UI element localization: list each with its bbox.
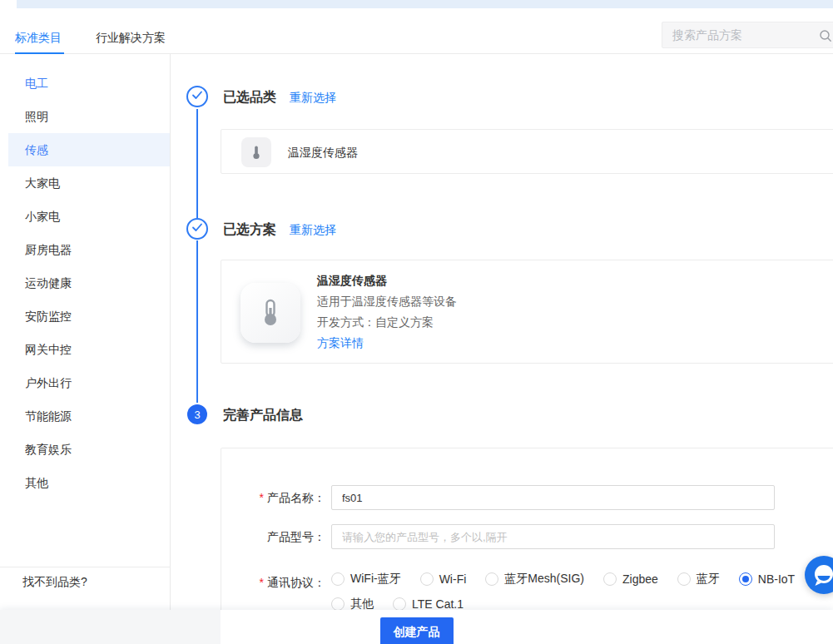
radio-zigbee[interactable]: Zigbee	[603, 572, 658, 586]
step-connector-line	[196, 109, 198, 218]
top-banner-strip	[17, 0, 833, 8]
check-icon	[188, 86, 206, 107]
required-asterisk: *	[260, 491, 264, 504]
protocol-label: *通讯协议：	[221, 570, 325, 595]
step2-header: 已选方案 重新选择	[223, 221, 336, 239]
radio-wifi-bt[interactable]: WiFi-蓝牙	[331, 572, 401, 587]
selected-category-card: 温湿度传感器	[221, 129, 833, 174]
sidebar-divider	[0, 567, 170, 567]
required-asterisk: *	[260, 576, 264, 589]
sidebar-item-health[interactable]: 运动健康	[0, 266, 170, 300]
protocol-options-line1: WiFi-蓝牙 Wi-Fi 蓝牙Mesh(SIG) Zigbee 蓝牙 NB-I…	[331, 570, 833, 588]
sidebar-item-lighting[interactable]: 照明	[0, 100, 170, 133]
create-product-button[interactable]: 创建产品	[380, 617, 454, 644]
product-info-form-card: *产品名称： 产品型号： *通讯协议： WiFi-蓝牙 Wi-Fi 蓝牙Mesh…	[221, 448, 833, 612]
sidebar-item-gateway[interactable]: 网关中控	[0, 333, 170, 366]
search-box	[662, 22, 833, 48]
solution-info: 温湿度传感器 适用于温湿度传感器等设备 开发方式：自定义方案 方案详情	[317, 274, 457, 351]
sidebar-item-outdoor[interactable]: 户外出行	[0, 366, 170, 399]
chat-bubble-icon[interactable]	[805, 556, 833, 594]
step1-title: 已选品类	[223, 89, 276, 107]
sidebar-item-electrician[interactable]: 电工	[0, 67, 170, 100]
sidebar-item-sensor[interactable]: 传感	[8, 133, 170, 166]
product-model-label: 产品型号：	[221, 524, 325, 549]
product-name-input[interactable]	[331, 485, 775, 510]
product-model-row: 产品型号：	[221, 524, 833, 549]
sidebar-item-large-appliance[interactable]: 大家电	[0, 166, 170, 200]
solution-dev-mode: 开发方式：自定义方案	[317, 315, 457, 330]
search-icon[interactable]	[819, 29, 832, 42]
thermometer-icon	[240, 283, 300, 343]
radio-bt-mesh[interactable]: 蓝牙Mesh(SIG)	[485, 572, 584, 587]
header: 标准类目 行业解决方案	[0, 8, 833, 54]
thermometer-icon	[241, 137, 271, 167]
step2-reselect-link[interactable]: 重新选择	[290, 223, 336, 238]
main-content: 已选品类 重新选择 温湿度传感器 已选方案 重新选择	[171, 54, 833, 610]
category-list: 电工 照明 传感 大家电 小家电 厨房电器 运动健康 安防监控 网关中控 户外出…	[0, 54, 170, 499]
radio-bluetooth[interactable]: 蓝牙	[677, 572, 720, 587]
sidebar-item-education[interactable]: 教育娱乐	[0, 433, 170, 466]
step2-title: 已选方案	[223, 221, 276, 239]
solution-name: 温湿度传感器	[317, 274, 457, 289]
step1-header: 已选品类 重新选择	[223, 89, 336, 107]
protocol-row: *通讯协议： WiFi-蓝牙 Wi-Fi 蓝牙Mesh(SIG) Zigbee …	[221, 570, 833, 613]
solution-description: 适用于温湿度传感器等设备	[317, 295, 457, 310]
step-connector-line	[196, 240, 198, 403]
radio-wifi[interactable]: Wi-Fi	[420, 572, 467, 586]
search-input[interactable]	[662, 22, 833, 47]
sidebar-item-energy[interactable]: 节能能源	[0, 399, 170, 433]
product-model-input[interactable]	[331, 524, 775, 549]
sidebar-item-other[interactable]: 其他	[0, 466, 170, 499]
product-name-row: *产品名称：	[221, 485, 833, 510]
radio-lte-cat1[interactable]: LTE Cat.1	[393, 597, 464, 611]
tab-standard-category[interactable]: 标准类目	[15, 31, 62, 46]
radio-nb-iot[interactable]: NB-IoT	[739, 572, 795, 586]
solution-detail-link[interactable]: 方案详情	[317, 336, 457, 351]
product-name-label: *产品名称：	[221, 485, 325, 510]
step2-check-circle	[186, 218, 208, 240]
tab-industry-solution[interactable]: 行业解决方案	[96, 31, 166, 46]
sidebar-item-security[interactable]: 安防监控	[0, 300, 170, 333]
footer-left-background	[0, 610, 221, 644]
selected-solution-card: 温湿度传感器 适用于温湿度传感器等设备 开发方式：自定义方案 方案详情	[221, 260, 833, 364]
check-icon	[188, 218, 206, 240]
cannot-find-category-link[interactable]: 找不到品类?	[22, 575, 87, 590]
step1-check-circle	[186, 86, 208, 107]
page-footer: 创建产品	[0, 610, 833, 644]
sidebar-item-kitchen[interactable]: 厨房电器	[0, 233, 170, 266]
category-sidebar: 电工 照明 传感 大家电 小家电 厨房电器 运动健康 安防监控 网关中控 户外出…	[0, 54, 171, 610]
selected-category-name: 温湿度传感器	[288, 130, 358, 175]
step1-reselect-link[interactable]: 重新选择	[290, 91, 336, 106]
step3-header: 完善产品信息	[223, 407, 303, 424]
page: 标准类目 行业解决方案 电工 照明 传感 大家电 小家电 厨房电器 运动健康 安…	[0, 0, 833, 644]
step3-number-circle: 3	[187, 404, 207, 424]
sidebar-item-small-appliance[interactable]: 小家电	[0, 200, 170, 233]
step3-title: 完善产品信息	[223, 407, 303, 424]
